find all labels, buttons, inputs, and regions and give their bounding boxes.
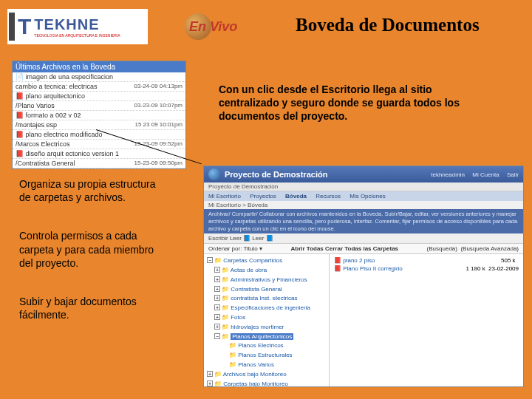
tekhne-logo: T TEKHNE TECNOLOGIA EN ARQUITECTURA E IN… bbox=[7, 9, 148, 44]
nav-logout[interactable]: Salir bbox=[507, 171, 519, 178]
search-link[interactable]: (Busqueda) bbox=[427, 245, 457, 252]
tree-node[interactable]: +📁 Contratista General bbox=[207, 285, 326, 295]
recent-file-row[interactable]: 📕 plano electrico modificado bbox=[13, 130, 185, 140]
recent-file-row[interactable]: /Marcos Electricos15-23-09 09:52pm bbox=[13, 140, 185, 149]
tree-node[interactable]: −📁 Planos Arquitectonicos bbox=[207, 332, 326, 342]
tree-node[interactable]: +📁 Archivos bajo Monitoreo bbox=[207, 370, 326, 380]
sidebar-p2: Controla permisos a cada carpeta y para … bbox=[19, 229, 167, 270]
recent-file-row[interactable]: /Contratista General15-23-09 09:50pm bbox=[13, 159, 185, 168]
adv-search-link[interactable]: (Busqueda Avanzada) bbox=[460, 245, 519, 252]
tree-node[interactable]: +📁 hidroviajes mortimer bbox=[207, 323, 326, 332]
tree-node[interactable]: 📁 Planos Electricos bbox=[207, 341, 326, 351]
recent-file-row[interactable]: cambio a tecnica: electricas03-24-09 04:… bbox=[13, 82, 185, 92]
tree-node[interactable]: +📁 Especificaciones de ingenieria bbox=[207, 304, 326, 313]
panel2-titlebar: Proyecto de Demostración tekhneadmin Mi … bbox=[204, 166, 523, 183]
tree-node[interactable]: +📁 Fotos bbox=[207, 313, 326, 323]
nav-user: tekhneadmin bbox=[431, 171, 465, 178]
file-row[interactable]: 📕 plano 2 piso505 k bbox=[334, 256, 519, 265]
tree-node[interactable]: +📁 contratista Inst. electricas bbox=[207, 294, 326, 304]
tab-boveda[interactable]: Bóveda bbox=[285, 193, 307, 200]
breadcrumb: Mi Escritorio > Bóveda bbox=[204, 201, 523, 209]
description-main: Con un clic desde el Escritorio llega al… bbox=[219, 83, 489, 123]
folder-tree[interactable]: −📁 Carpetas Compartidos+📁 Actas de obra+… bbox=[204, 254, 330, 387]
top-nav: tekhneadmin Mi Cuenta Salir bbox=[425, 171, 519, 178]
logo-main: TEKHNE bbox=[34, 16, 120, 33]
file-row[interactable]: 📕 Plano Piso II corregido1 180 k 23-02-2… bbox=[334, 265, 519, 273]
logo-sub: TECNOLOGIA EN ARQUITECTURA E INGENIERIA bbox=[34, 33, 120, 38]
recent-file-row[interactable]: /montajes esp15 23 09 10:01pm bbox=[13, 120, 185, 130]
recent-file-row[interactable]: 📄 imagen de una especificacion bbox=[13, 72, 185, 82]
tree-node[interactable]: 📁 Planos Varios bbox=[207, 361, 326, 370]
page-title: Boveda de Documentos bbox=[296, 15, 480, 35]
tree-node[interactable]: 📁 Planos Estructurales bbox=[207, 351, 326, 361]
sidebar-text: Organiza su propia estructura de carpeta… bbox=[19, 177, 167, 347]
tree-node[interactable]: +📁 Administrativos y Financieros bbox=[207, 276, 326, 285]
nav-account[interactable]: Mi Cuenta bbox=[472, 171, 499, 178]
recent-file-row[interactable]: /Plano Varios03-23-09 10:07pm bbox=[13, 101, 185, 111]
file-list[interactable]: 📕 plano 2 piso505 k 📕 Plano Piso II corr… bbox=[330, 254, 523, 387]
tab-proyectos[interactable]: Proyectos bbox=[250, 193, 276, 200]
sub-nav: Proyecto de Demostración bbox=[204, 183, 523, 191]
tab-escritorio[interactable]: Mi Escritorio bbox=[208, 193, 241, 200]
controls: Ordenar por: Titulo ▾ Abrir Todas Cerrar… bbox=[204, 244, 523, 254]
tree-node[interactable]: −📁 Carpetas Compartidos bbox=[207, 256, 326, 266]
tabs: Mi Escritorio Proyectos Bóveda Recursos … bbox=[204, 191, 523, 201]
sidebar-p3: Subir y bajar documentos fácilmente. bbox=[19, 295, 167, 321]
envivo-logo: En Vivo bbox=[185, 13, 237, 40]
tree-node[interactable]: +📁 Carpetas bajo Monitoreo bbox=[207, 380, 326, 387]
tab-opciones[interactable]: Mis Opciones bbox=[349, 193, 385, 200]
boveda-panel: Proyecto de Demostración tekhneadmin Mi … bbox=[203, 166, 524, 387]
toolbar[interactable]: Escribir Leer 📘 Leer 📘 bbox=[204, 233, 523, 244]
info-text: Archivar/ Compartir/ Collaborar con arch… bbox=[204, 209, 523, 233]
envivo-text: En Vivo bbox=[189, 19, 237, 35]
sort-by[interactable]: Ordenar por: Titulo ▾ bbox=[208, 245, 262, 252]
tree-node[interactable]: +📁 Actas de obra bbox=[207, 266, 326, 276]
panel1-header: Últimos Archivos en la Boveda bbox=[13, 61, 185, 72]
globe-icon bbox=[208, 168, 220, 180]
project-title: Proyecto de Demostración bbox=[225, 170, 425, 179]
recent-file-row[interactable]: 📕 plano arquitectonico bbox=[13, 92, 185, 101]
sidebar-p1: Organiza su propia estructura de carpeta… bbox=[19, 177, 167, 204]
tab-recursos[interactable]: Recursos bbox=[316, 193, 341, 200]
expand-collapse[interactable]: Abrir Todas Cerrar Todas las Carpetas bbox=[291, 245, 399, 252]
recent-file-row[interactable]: 📕 formato a 002 v 02 bbox=[13, 111, 185, 120]
recent-files-panel: Últimos Archivos en la Boveda 📄 imagen d… bbox=[12, 61, 186, 169]
